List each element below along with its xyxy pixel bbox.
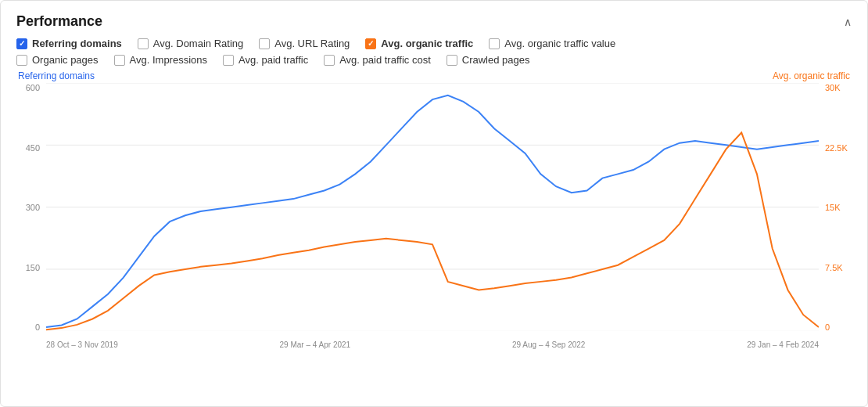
filter-label-organic-pages: Organic pages xyxy=(32,54,99,66)
filter-label-avg-organic-traffic-value: Avg. organic traffic value xyxy=(504,38,615,49)
y-label-right: 22.5K xyxy=(825,143,848,153)
y-axis-left: 6004503001500 xyxy=(16,83,45,332)
chart-container: 6004503001500 30K22.5K15K7.5K0 28 Oct – … xyxy=(16,83,852,349)
filter-label-avg-url-rating: Avg. URL Rating xyxy=(274,38,350,49)
filters-row-2: Organic pagesAvg. ImpressionsAvg. paid t… xyxy=(16,54,852,66)
filter-label-avg-impressions: Avg. Impressions xyxy=(130,54,207,66)
y-label-right: 7.5K xyxy=(825,263,843,272)
collapse-icon[interactable]: ∧ xyxy=(844,16,852,28)
x-label: 29 Jan – 4 Feb 2024 xyxy=(747,340,819,349)
filter-crawled-pages[interactable]: Crawled pages xyxy=(447,54,530,66)
filter-avg-domain-rating[interactable]: Avg. Domain Rating xyxy=(138,38,243,49)
performance-card: Performance ∧ Referring domainsAvg. Doma… xyxy=(0,0,868,407)
filters-row-1: Referring domainsAvg. Domain RatingAvg. … xyxy=(16,38,852,49)
chart-labels: Referring domains Avg. organic traffic xyxy=(16,70,852,81)
filter-label-avg-paid-traffic: Avg. paid traffic xyxy=(239,54,308,66)
card-title: Performance xyxy=(16,13,102,30)
chart-svg xyxy=(46,83,819,331)
filter-avg-url-rating[interactable]: Avg. URL Rating xyxy=(259,38,350,49)
checkbox-avg-organic-traffic-value[interactable] xyxy=(489,38,500,49)
x-label: 29 Mar – 4 Apr 2021 xyxy=(280,340,351,349)
y-label-left: 0 xyxy=(35,322,40,332)
filter-avg-organic-traffic-value[interactable]: Avg. organic traffic value xyxy=(489,38,615,49)
y-label-right: 30K xyxy=(825,83,841,92)
checkbox-avg-organic-traffic[interactable] xyxy=(365,38,376,49)
checkbox-avg-impressions[interactable] xyxy=(114,55,125,66)
filter-organic-pages[interactable]: Organic pages xyxy=(16,54,99,66)
filter-avg-organic-traffic[interactable]: Avg. organic traffic xyxy=(365,38,473,49)
checkbox-avg-paid-traffic[interactable] xyxy=(223,55,234,66)
y-label-right: 0 xyxy=(825,322,830,332)
checkbox-avg-url-rating[interactable] xyxy=(259,38,270,49)
card-header: Performance ∧ xyxy=(16,13,852,30)
filter-avg-paid-traffic-cost[interactable]: Avg. paid traffic cost xyxy=(324,54,431,66)
y-label-left: 300 xyxy=(26,203,40,212)
filter-avg-paid-traffic[interactable]: Avg. paid traffic xyxy=(223,54,308,66)
orange-line xyxy=(46,132,819,330)
filter-label-crawled-pages: Crawled pages xyxy=(462,54,530,66)
checkbox-avg-paid-traffic-cost[interactable] xyxy=(324,55,335,66)
x-label: 28 Oct – 3 Nov 2019 xyxy=(46,340,118,349)
y-axis-right: 30K22.5K15K7.5K0 xyxy=(820,83,852,332)
filter-label-avg-organic-traffic: Avg. organic traffic xyxy=(381,38,473,49)
filter-label-referring-domains: Referring domains xyxy=(32,38,122,49)
filter-label-avg-paid-traffic-cost: Avg. paid traffic cost xyxy=(339,54,431,66)
checkbox-crawled-pages[interactable] xyxy=(447,55,457,66)
x-axis: 28 Oct – 3 Nov 201929 Mar – 4 Apr 202129… xyxy=(46,332,819,349)
filter-label-avg-domain-rating: Avg. Domain Rating xyxy=(153,38,243,49)
y-label-left: 600 xyxy=(26,83,40,92)
y-label-left: 150 xyxy=(26,263,40,272)
chart-label-left: Referring domains xyxy=(18,70,95,81)
filter-avg-impressions[interactable]: Avg. Impressions xyxy=(114,54,207,66)
blue-line xyxy=(46,95,819,327)
chart-label-right: Avg. organic traffic xyxy=(773,70,850,81)
checkbox-organic-pages[interactable] xyxy=(16,55,27,66)
filter-referring-domains[interactable]: Referring domains xyxy=(16,38,122,49)
x-label: 29 Aug – 4 Sep 2022 xyxy=(512,340,585,349)
checkbox-avg-domain-rating[interactable] xyxy=(138,38,149,49)
y-label-left: 450 xyxy=(26,143,40,153)
y-label-right: 15K xyxy=(825,203,841,212)
checkbox-referring-domains[interactable] xyxy=(16,38,27,49)
